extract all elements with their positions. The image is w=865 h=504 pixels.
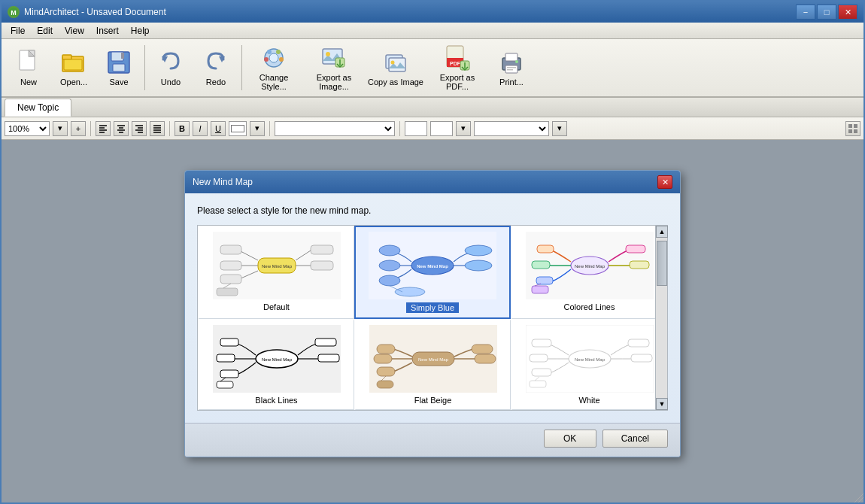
dialog-resize-grip[interactable] — [854, 493, 863, 502]
align-left-btn[interactable] — [96, 121, 111, 136]
svg-rect-107 — [374, 354, 392, 363]
align-center-btn[interactable] — [114, 121, 129, 136]
svg-text:New Mind Map: New Mind Map — [417, 357, 448, 362]
view-options-btn[interactable] — [845, 121, 860, 136]
bold-btn[interactable]: B — [175, 121, 190, 136]
svg-rect-98 — [220, 370, 238, 378]
svg-rect-66 — [220, 275, 241, 284]
style-cell-simply-blue[interactable]: New Mind Map — [354, 226, 511, 319]
font-size-input2[interactable] — [430, 121, 453, 136]
svg-text:New Mind Map: New Mind Map — [261, 357, 292, 362]
style-cell-black-lines[interactable]: New Mind Map — [198, 319, 354, 410]
svg-rect-56 — [848, 129, 852, 133]
sec-toolbar-sep-4 — [399, 121, 400, 136]
svg-rect-10 — [121, 53, 124, 59]
svg-rect-119 — [628, 339, 649, 347]
svg-text:New Mind Map: New Mind Map — [574, 357, 605, 362]
style-label-flat-beige: Flat Beige — [414, 396, 452, 405]
font-style-select[interactable] — [474, 121, 549, 136]
zoom-select[interactable]: 100% 75% 125% — [5, 121, 50, 136]
print-button[interactable]: Print... — [490, 43, 533, 93]
minimize-button[interactable]: − — [796, 5, 815, 20]
tab-bar: New Topic — [2, 98, 863, 117]
scrollbar-up-arrow[interactable]: ▲ — [656, 226, 668, 238]
undo-icon — [157, 49, 184, 76]
svg-rect-91 — [532, 286, 548, 293]
toolbar-separator-2 — [241, 45, 242, 90]
modal-overlay: New Mind Map ✕ Please select a style for… — [2, 140, 863, 502]
style-cell-default[interactable]: New Mind Map — [198, 226, 354, 319]
font-size-input[interactable] — [405, 121, 427, 136]
style-grid: New Mind Map — [198, 226, 667, 410]
svg-rect-120 — [631, 354, 652, 362]
style-label-simply-blue: Simply Blue — [406, 302, 459, 313]
align-right-btn[interactable] — [132, 121, 147, 136]
save-button[interactable]: Save — [98, 43, 140, 93]
style-preview-simply-blue: New Mind Map — [369, 232, 496, 299]
style-cell-white[interactable]: New Mind Map — [511, 319, 667, 410]
color-picker[interactable] — [229, 121, 247, 136]
sec-toolbar-sep-3 — [269, 121, 270, 136]
add-topic-btn[interactable]: + — [71, 121, 86, 136]
svg-point-76 — [379, 245, 400, 256]
scrollbar-thumb[interactable] — [657, 241, 667, 286]
ok-button[interactable]: OK — [544, 430, 596, 448]
dialog-close-button[interactable]: ✕ — [657, 175, 672, 189]
svg-text:New Mind Map: New Mind Map — [261, 264, 292, 269]
font-size-dropdown-btn[interactable]: ▾ — [456, 121, 471, 136]
color-dropdown-btn[interactable]: ▾ — [250, 121, 265, 136]
svg-rect-33 — [505, 53, 517, 61]
redo-button[interactable]: Redo — [195, 43, 237, 93]
svg-rect-117 — [530, 354, 548, 362]
dialog-title: New Mind Map — [193, 177, 253, 187]
style-label-default: Default — [263, 302, 290, 311]
svg-point-21 — [326, 52, 330, 56]
menu-edit[interactable]: Edit — [31, 24, 59, 38]
italic-btn[interactable]: I — [193, 121, 208, 136]
svg-rect-68 — [311, 245, 333, 254]
font-style-dropdown-btn[interactable]: ▾ — [552, 121, 567, 136]
new-mind-map-dialog: New Mind Map ✕ Please select a style for… — [184, 170, 681, 457]
underline-btn[interactable]: U — [211, 121, 226, 136]
font-family-select[interactable] — [275, 121, 395, 136]
menu-bar: File Edit View Insert Help — [2, 23, 863, 39]
new-button[interactable]: New — [8, 43, 50, 93]
style-grid-scrollbar[interactable]: ▲ ▼ — [655, 226, 667, 410]
svg-text:New Mind Map: New Mind Map — [574, 264, 605, 269]
svg-rect-89 — [626, 245, 645, 253]
change-style-button[interactable]: Change Style... — [247, 43, 301, 93]
style-label-colored-lines: Colored Lines — [564, 302, 615, 311]
svg-text:M: M — [11, 9, 17, 17]
svg-line-123 — [854, 493, 863, 502]
align-justify-btn[interactable] — [150, 121, 165, 136]
scrollbar-down-arrow[interactable]: ▼ — [656, 398, 668, 410]
menu-view[interactable]: View — [59, 24, 90, 38]
window-close-button[interactable]: ✕ — [838, 5, 857, 20]
print-label: Print... — [499, 77, 524, 87]
copy-image-button[interactable]: Copy as Image — [367, 43, 424, 93]
export-pdf-label: Export as PDF... — [428, 73, 487, 91]
zoom-dropdown-btn[interactable]: ▾ — [53, 121, 68, 136]
style-cell-flat-beige[interactable]: New Mind Map — [354, 319, 511, 410]
sec-toolbar-sep-2 — [169, 121, 170, 136]
svg-rect-101 — [217, 381, 233, 388]
svg-point-80 — [465, 260, 492, 271]
menu-insert[interactable]: Insert — [90, 24, 125, 38]
cancel-button[interactable]: Cancel — [602, 430, 668, 448]
svg-rect-109 — [472, 345, 493, 354]
undo-button[interactable]: Undo — [150, 43, 192, 93]
style-preview-colored-lines: New Mind Map — [526, 232, 654, 299]
svg-rect-6 — [64, 59, 82, 70]
tab-new-topic[interactable]: New Topic — [5, 99, 71, 117]
style-cell-colored-lines[interactable]: New Mind Map — [511, 226, 667, 319]
maximize-button[interactable]: □ — [817, 5, 836, 20]
open-button[interactable]: Open... — [53, 43, 95, 93]
export-image-button[interactable]: Export as Image... — [304, 43, 364, 93]
svg-rect-35 — [507, 67, 516, 68]
svg-point-14 — [269, 53, 278, 62]
menu-help[interactable]: Help — [125, 24, 156, 38]
svg-point-15 — [267, 50, 272, 54]
export-pdf-button[interactable]: PDF Export as PDF... — [427, 43, 487, 93]
svg-point-37 — [515, 60, 518, 63]
menu-file[interactable]: File — [5, 24, 31, 38]
